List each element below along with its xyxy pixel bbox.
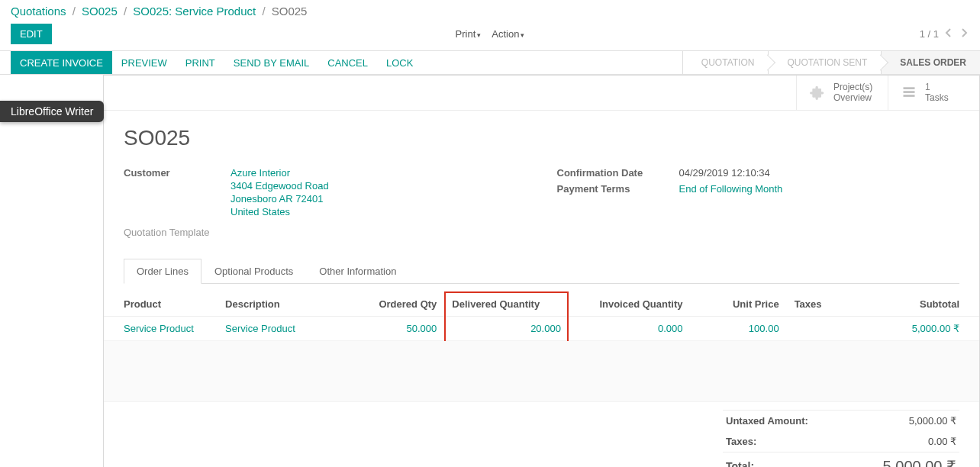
order-lines-table: Product Description Ordered Qty Delivere… xyxy=(104,291,979,402)
th-subtotal[interactable]: Subtotal xyxy=(874,292,979,317)
breadcrumb-link-0[interactable]: Quotations xyxy=(11,5,66,18)
breadcrumb-link-1[interactable]: SO025 xyxy=(82,5,118,18)
pager-next[interactable] xyxy=(959,27,969,41)
cell-product[interactable]: Service Product xyxy=(124,323,194,334)
puzzle-icon xyxy=(809,84,826,101)
tab-optional-products[interactable]: Optional Products xyxy=(201,259,306,284)
payment-terms-value[interactable]: End of Following Month xyxy=(679,183,783,195)
stage-quotation[interactable]: QUOTATION xyxy=(682,51,769,74)
status-bar: QUOTATION QUOTATION SENT SALES ORDER xyxy=(682,51,980,74)
customer-name[interactable]: Azure Interior xyxy=(230,167,329,179)
pager-text: 1 / 1 xyxy=(920,28,939,40)
action-menu[interactable]: Action▾ xyxy=(492,28,524,40)
confirmation-date-label: Confirmation Date xyxy=(557,167,679,179)
pager-prev[interactable] xyxy=(943,27,954,41)
projects-overview-button[interactable]: Project(s) Overview xyxy=(796,76,888,110)
tasks-button[interactable]: 1 Tasks xyxy=(888,76,979,110)
customer-addr1: 3404 Edgewood Road xyxy=(230,180,329,192)
breadcrumb: Quotations / SO025 / SO025: Service Prod… xyxy=(11,5,307,18)
payment-terms-label: Payment Terms xyxy=(557,183,679,195)
cell-unit-price: 100.00 xyxy=(749,323,779,334)
untaxed-value: 5,000.00 ₹ xyxy=(909,415,956,427)
toolbar: CREATE INVOICE PREVIEW PRINT SEND BY EMA… xyxy=(0,50,980,75)
lock-button[interactable]: LOCK xyxy=(377,51,422,74)
table-row[interactable]: Service Product Service Product 50.000 2… xyxy=(104,316,979,340)
th-unit-price[interactable]: Unit Price xyxy=(690,292,786,317)
stat-tasks-label: Tasks xyxy=(925,92,949,103)
cell-description: Service Product xyxy=(225,323,295,334)
stat-tasks-num: 1 xyxy=(925,82,949,92)
quotation-template-label: Quotation Template xyxy=(124,227,527,238)
stat-projects-l2: Overview xyxy=(833,92,872,103)
th-taxes[interactable]: Taxes xyxy=(787,292,875,317)
svg-rect-1 xyxy=(904,92,915,94)
taxes-label: Taxes: xyxy=(726,436,756,447)
edit-button[interactable]: EDIT xyxy=(11,24,52,44)
tab-order-lines[interactable]: Order Lines xyxy=(124,259,201,284)
stage-quotation-sent[interactable]: QUOTATION SENT xyxy=(768,51,881,74)
cell-subtotal: 5,000.00 ₹ xyxy=(912,323,959,334)
th-ordered-qty[interactable]: Ordered Qty xyxy=(340,292,446,317)
tab-other-information[interactable]: Other Information xyxy=(306,259,409,284)
total-label: Total: xyxy=(726,457,754,467)
totals: Untaxed Amount: 5,000.00 ₹ Taxes: 0.00 ₹… xyxy=(723,410,959,467)
untaxed-label: Untaxed Amount: xyxy=(726,415,808,427)
breadcrumb-link-2[interactable]: SO025: Service Product xyxy=(133,5,256,18)
taxes-value: 0.00 ₹ xyxy=(928,436,956,447)
cancel-button[interactable]: CANCEL xyxy=(318,51,377,74)
cell-delivered-qty: 20.000 xyxy=(530,323,561,334)
customer-addr3: United States xyxy=(230,206,329,217)
total-value: 5,000.00 ₹ xyxy=(883,457,956,467)
preview-button[interactable]: PREVIEW xyxy=(112,51,176,74)
record-title: SO025 xyxy=(124,126,959,150)
customer-label: Customer xyxy=(124,167,230,219)
svg-rect-2 xyxy=(904,95,915,98)
svg-rect-0 xyxy=(904,88,915,90)
th-description[interactable]: Description xyxy=(218,292,340,317)
print-menu[interactable]: Print▾ xyxy=(456,28,482,40)
stage-sales-order[interactable]: SALES ORDER xyxy=(881,51,980,74)
th-product[interactable]: Product xyxy=(104,292,218,317)
stat-projects-l1: Project(s) xyxy=(833,82,872,92)
customer-addr2: Jonesboro AR 72401 xyxy=(230,193,329,205)
tasks-icon xyxy=(901,84,917,101)
breadcrumb-current: SO025 xyxy=(272,5,308,18)
create-invoice-button[interactable]: CREATE INVOICE xyxy=(11,51,112,74)
cell-ordered-qty: 50.000 xyxy=(407,323,437,334)
print-button[interactable]: PRINT xyxy=(176,51,224,74)
libreoffice-writer-tag[interactable]: LibreOffice Writer xyxy=(0,101,104,122)
confirmation-date-value: 04/29/2019 12:10:34 xyxy=(679,167,770,179)
th-invoiced-qty[interactable]: Invoiced Quantity xyxy=(568,292,691,317)
cell-invoiced-qty: 0.000 xyxy=(658,323,683,334)
send-email-button[interactable]: SEND BY EMAIL xyxy=(224,51,318,74)
th-delivered-qty[interactable]: Delivered Quantity xyxy=(445,292,568,317)
